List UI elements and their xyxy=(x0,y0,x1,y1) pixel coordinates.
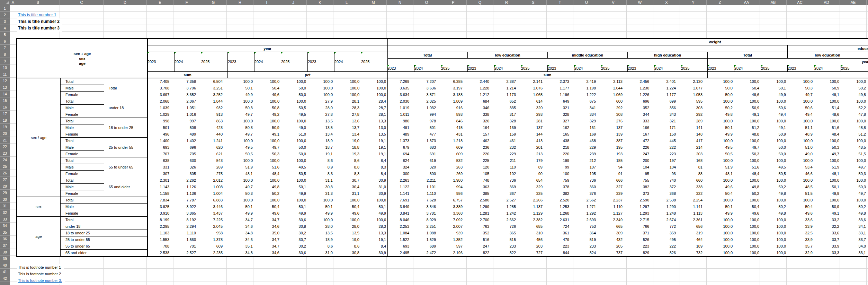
row-header-30[interactable]: 30 xyxy=(0,196,10,203)
data-cell[interactable]: 3.922 xyxy=(174,204,201,210)
data-cell[interactable]: 100,0 xyxy=(787,118,814,124)
data-cell[interactable]: 1.016 xyxy=(174,111,201,118)
column-header-G[interactable]: G xyxy=(200,0,227,5)
data-cell[interactable]: 694 xyxy=(387,151,414,157)
data-cell[interactable]: 27,9 xyxy=(307,98,334,105)
column-header-AD[interactable]: AD xyxy=(813,0,840,5)
data-cell[interactable]: 614 xyxy=(521,98,547,105)
data-cell[interactable]: 33,6 xyxy=(787,217,814,223)
data-cell[interactable]: 49,7 xyxy=(254,144,281,151)
data-cell[interactable]: 50,5 xyxy=(707,151,734,157)
data-cell[interactable]: 2.130 xyxy=(681,78,707,85)
year-cell[interactable]: 2025 xyxy=(681,65,707,72)
data-cell[interactable]: 100,0 xyxy=(707,217,734,223)
data-cell[interactable]: 1.136 xyxy=(174,190,201,197)
column-header-A[interactable]: A xyxy=(10,0,16,5)
footnote-1[interactable]: This is footnote number 1 xyxy=(17,264,64,271)
data-cell[interactable]: 50,3 xyxy=(734,151,761,157)
data-cell[interactable]: 8,6 xyxy=(334,157,361,164)
data-cell[interactable]: 33,7 xyxy=(814,236,841,243)
column-header-Y[interactable]: Y xyxy=(680,0,707,5)
data-cell[interactable]: 203 xyxy=(521,243,547,250)
data-cell[interactable]: 33,1 xyxy=(841,230,867,236)
year-cell[interactable]: 2024 xyxy=(494,65,521,72)
data-cell[interactable]: 51,9 xyxy=(814,164,841,171)
data-cell[interactable]: 49,9 xyxy=(227,210,254,217)
data-cell[interactable]: 705 xyxy=(174,151,201,157)
data-cell[interactable]: 263 xyxy=(441,164,467,171)
data-cell[interactable]: 609 xyxy=(441,144,467,151)
data-cell[interactable]: 13,6 xyxy=(334,118,361,124)
stub-age-cell[interactable]: under 18 xyxy=(104,98,147,118)
data-cell[interactable]: 50,3 xyxy=(227,190,254,197)
data-cell[interactable]: 50,3 xyxy=(227,105,254,111)
data-cell[interactable]: 440 xyxy=(201,131,227,138)
data-cell[interactable]: 8,3 xyxy=(307,171,334,177)
row-header-16[interactable]: 16 xyxy=(0,104,10,111)
data-cell[interactable]: 49,6 xyxy=(734,210,761,217)
data-cell[interactable]: 3.446 xyxy=(201,204,227,210)
data-cell[interactable]: 300 xyxy=(414,171,441,177)
data-cell[interactable]: 100,0 xyxy=(841,177,867,184)
data-cell[interactable]: 1.110 xyxy=(414,190,441,197)
data-cell[interactable]: 28,3 xyxy=(334,105,361,111)
data-cell[interactable]: 100,0 xyxy=(761,243,787,250)
data-cell[interactable]: 324 xyxy=(387,164,414,171)
stub-label-cell[interactable]: Total xyxy=(61,217,147,223)
data-cell[interactable]: 50,3 xyxy=(814,144,841,151)
data-cell[interactable]: 2.294 xyxy=(174,223,201,230)
year-cell[interactable]: 2024 xyxy=(254,52,281,72)
data-cell[interactable]: 740 xyxy=(654,177,681,184)
column-header-E[interactable]: E xyxy=(147,0,173,5)
data-cell[interactable]: 49,7 xyxy=(227,131,254,138)
data-cell[interactable]: 49,8 xyxy=(841,92,867,98)
data-cell[interactable]: 50,0 xyxy=(707,85,734,92)
data-cell[interactable]: 233 xyxy=(494,243,521,250)
data-cell[interactable]: 2.113 xyxy=(601,78,627,85)
row-header-36[interactable]: 36 xyxy=(0,236,10,242)
data-cell[interactable]: 13,5 xyxy=(307,124,334,131)
stub-label-cell[interactable]: under 18 xyxy=(61,223,147,230)
data-cell[interactable]: 35,7 xyxy=(787,243,814,250)
data-cell[interactable]: 100,0 xyxy=(254,78,281,85)
data-cell[interactable]: 34,7 xyxy=(254,236,281,243)
data-cell[interactable]: 1.553 xyxy=(147,236,174,243)
data-cell[interactable]: 1.051 xyxy=(174,105,201,111)
data-cell[interactable]: 30,9 xyxy=(361,250,387,256)
data-cell[interactable]: 331 xyxy=(147,164,174,171)
data-cell[interactable]: 100,0 xyxy=(814,197,841,204)
data-cell[interactable]: 7.834 xyxy=(147,197,174,204)
data-cell[interactable]: 50,4 xyxy=(254,85,281,92)
column-header-Q[interactable]: Q xyxy=(467,0,493,5)
data-cell[interactable]: 50,4 xyxy=(734,204,761,210)
data-cell[interactable]: 50,8 xyxy=(254,105,281,111)
data-cell[interactable]: 325 xyxy=(521,190,547,197)
data-cell[interactable]: 137 xyxy=(521,124,547,131)
data-cell[interactable]: 30,7 xyxy=(334,177,361,184)
data-cell[interactable]: 2.253 xyxy=(387,223,414,230)
data-cell[interactable]: 1.032 xyxy=(414,105,441,111)
title-1[interactable]: This is title number 1 xyxy=(17,12,59,18)
data-cell[interactable]: 28,3 xyxy=(361,223,387,230)
data-cell[interactable]: 49,0 xyxy=(281,124,307,131)
data-cell[interactable]: 431 xyxy=(441,131,467,138)
data-cell[interactable]: 1.101 xyxy=(414,184,441,190)
stub-header[interactable]: sex + age sex age xyxy=(17,39,147,78)
data-cell[interactable]: 100,0 xyxy=(734,78,761,85)
data-cell[interactable]: 150 xyxy=(654,131,681,138)
column-header-S[interactable]: S xyxy=(520,0,547,5)
data-cell[interactable]: 49,7 xyxy=(814,151,841,157)
stub-sex-cell[interactable]: Male xyxy=(61,144,104,151)
column-header-X[interactable]: X xyxy=(653,0,680,5)
data-cell[interactable]: 2.235 xyxy=(201,250,227,256)
stub-label-cell[interactable]: Total xyxy=(61,197,147,204)
data-cell[interactable]: 50,9 xyxy=(761,131,787,138)
data-cell[interactable]: 309 xyxy=(601,230,627,236)
data-cell[interactable]: 369 xyxy=(494,184,521,190)
data-cell[interactable]: 100,0 xyxy=(227,157,254,164)
data-cell[interactable]: 1.268 xyxy=(547,210,574,217)
data-cell[interactable]: 1.281 xyxy=(467,210,494,217)
data-cell[interactable]: 1.069 xyxy=(601,92,627,98)
row-header-42[interactable]: 42 xyxy=(0,275,10,282)
data-cell[interactable]: 2.196 xyxy=(441,250,467,256)
